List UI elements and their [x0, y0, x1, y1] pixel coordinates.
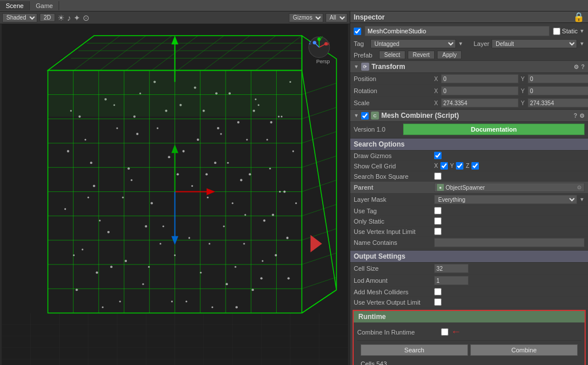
- parent-ref-text: ObjectSpawner: [446, 185, 575, 191]
- shading-select[interactable]: Shaded: [2, 13, 37, 22]
- rotation-coords: X Y Z: [434, 86, 588, 95]
- use-vertex-output-checkbox[interactable]: [434, 298, 442, 306]
- transform-header-icons: ⚙ ?: [574, 64, 585, 70]
- scale-x-item: X: [434, 98, 519, 107]
- layer-mask-row: Layer Mask Everything ▼: [350, 194, 588, 206]
- show-z-checkbox[interactable]: [471, 162, 479, 170]
- mesh-combiner-enabled[interactable]: [361, 112, 369, 120]
- fx-icon[interactable]: ✦: [74, 13, 80, 22]
- transform-settings-icon[interactable]: ⚙: [574, 64, 579, 70]
- search-box-square-row: Search Box Square: [350, 171, 588, 182]
- mesh-combiner-arrow-icon: ▼: [354, 113, 359, 118]
- transform-help-icon[interactable]: ?: [581, 64, 585, 70]
- scale-y-item: Y: [521, 98, 588, 107]
- layer-filter-select[interactable]: All: [326, 13, 347, 22]
- mesh-combiner-settings-icon[interactable]: ⚙: [579, 113, 585, 119]
- search-button[interactable]: Search: [361, 344, 468, 356]
- scale-x-input[interactable]: [441, 98, 519, 107]
- cell-size-input[interactable]: [434, 264, 469, 273]
- object-enabled-checkbox[interactable]: [354, 28, 361, 35]
- only-static-row: Only Static: [350, 216, 588, 226]
- cell-size-row: Cell Size: [350, 263, 588, 275]
- position-y-input[interactable]: [528, 74, 588, 83]
- svg-point-148: [262, 260, 264, 262]
- only-static-checkbox[interactable]: [434, 217, 442, 225]
- use-vertex-input-value: [434, 228, 585, 235]
- layer-mask-select[interactable]: Everything: [434, 195, 577, 204]
- svg-point-134: [119, 301, 121, 302]
- svg-point-114: [217, 127, 219, 129]
- rotation-x-input[interactable]: [441, 86, 519, 95]
- documentation-button[interactable]: Documentation: [403, 124, 585, 135]
- select-button[interactable]: Select: [379, 51, 405, 59]
- show-cell-grid-value: X Y Z: [434, 162, 585, 170]
- game-tab[interactable]: Game: [30, 1, 59, 10]
- show-x-checkbox[interactable]: [440, 162, 448, 170]
- tag-select[interactable]: Untagged: [370, 39, 456, 48]
- mesh-combiner-section-header[interactable]: ▼ C Mesh Combiner (Script) ? ⚙: [350, 109, 588, 122]
- name-contains-value: [434, 238, 585, 247]
- object-name-input[interactable]: [365, 26, 550, 36]
- rot-x-label: X: [434, 88, 440, 94]
- rotation-y-input[interactable]: [528, 86, 588, 95]
- combine-in-runtime-toggle: ←: [441, 326, 461, 338]
- svg-point-130: [73, 255, 75, 256]
- search-box-square-checkbox[interactable]: [434, 172, 442, 180]
- svg-point-89: [266, 139, 268, 141]
- svg-point-85: [243, 243, 245, 244]
- lock-icon[interactable]: 🔒: [573, 11, 585, 22]
- mesh-combiner-title: Mesh Combiner (Script): [381, 112, 459, 120]
- parent-ref-icon: ●: [437, 184, 444, 191]
- tag-label: Tag: [354, 40, 368, 47]
- rotation-row: Rotation X Y Z: [350, 85, 588, 97]
- lod-amount-input[interactable]: [434, 276, 469, 285]
- parent-object-ref[interactable]: ● ObjectSpawner ⊙: [434, 183, 585, 192]
- action-buttons-row: Search Combine: [357, 342, 581, 358]
- scene-view[interactable]: X Y Z Persp: [0, 24, 350, 365]
- layer-mask-dropdown-icon: ▼: [579, 197, 585, 202]
- scene-tab[interactable]: Scene: [0, 1, 30, 10]
- mesh-combiner-help-icon[interactable]: ?: [574, 113, 577, 119]
- svg-point-139: [177, 173, 179, 175]
- gizmos-select[interactable]: Gizmos: [289, 13, 323, 22]
- position-x-input[interactable]: [441, 74, 519, 83]
- layer-select[interactable]: Default: [492, 39, 577, 48]
- light-icon[interactable]: ☀: [57, 13, 65, 22]
- svg-point-80: [214, 162, 216, 164]
- add-mesh-colliders-checkbox[interactable]: [434, 288, 442, 295]
- camera-icon[interactable]: ⊙: [83, 13, 90, 22]
- combine-button[interactable]: Combine: [470, 344, 578, 356]
- layer-dropdown-icon[interactable]: ▼: [579, 41, 585, 47]
- use-vertex-output-row: Use Vertex Output Limit: [350, 297, 588, 308]
- parent-value: ● ObjectSpawner ⊙: [434, 183, 585, 192]
- apply-button[interactable]: Apply: [437, 51, 462, 59]
- parent-ref-select-btn[interactable]: ⊙: [577, 185, 582, 190]
- runtime-title: Runtime: [358, 313, 386, 321]
- static-checkbox[interactable]: [553, 28, 560, 35]
- svg-point-120: [252, 289, 254, 291]
- tag-dropdown-icon[interactable]: ▼: [458, 41, 463, 47]
- combine-in-runtime-label: Combine In Runtime: [357, 329, 438, 336]
- revert-button[interactable]: Revert: [408, 51, 435, 59]
- object-header-row: Static ▼: [350, 24, 588, 38]
- search-options-header[interactable]: Search Options: [350, 138, 588, 151]
- show-y-checkbox[interactable]: [456, 162, 463, 170]
- svg-point-128: [64, 208, 66, 210]
- svg-point-65: [116, 127, 118, 129]
- audio-icon[interactable]: ♪: [67, 13, 71, 22]
- 2d-button[interactable]: 2D: [40, 13, 55, 22]
- layer-mask-value: Everything ▼: [434, 195, 585, 204]
- use-vertex-input-row: Use Vertex Input Limit: [350, 226, 588, 237]
- use-tag-checkbox[interactable]: [434, 207, 442, 214]
- combine-in-runtime-checkbox[interactable]: [441, 328, 448, 336]
- svg-point-145: [235, 306, 238, 308]
- scale-y-input[interactable]: [528, 98, 588, 107]
- svg-point-127: [292, 151, 294, 152]
- use-vertex-input-checkbox[interactable]: [434, 228, 442, 235]
- name-contains-input[interactable]: [434, 238, 585, 247]
- svg-point-75: [174, 255, 176, 256]
- transform-section-header[interactable]: ▼ ⟳ Transform ⚙ ?: [350, 60, 588, 73]
- static-dropdown-icon[interactable]: ▼: [579, 28, 585, 34]
- output-settings-header[interactable]: Output Settings: [350, 250, 588, 263]
- draw-gizmos-checkbox[interactable]: [434, 152, 442, 159]
